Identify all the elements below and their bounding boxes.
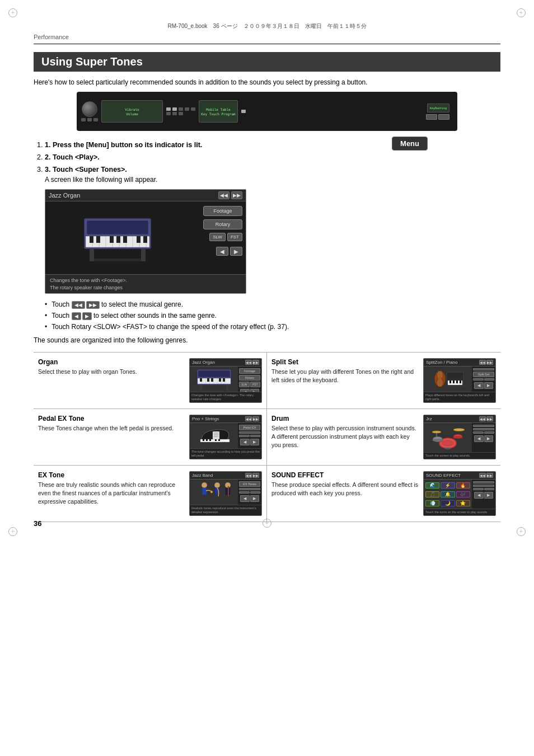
genre-ex-side-btn1[interactable]: EX Tones [239,481,260,487]
genre-pedal-arr-l[interactable]: ◀ [240,439,250,445]
sfx-icon-8[interactable]: 🌙 [441,500,455,506]
genre-sfx-btn-row [473,488,494,490]
rotary-btn[interactable]: Rotary [203,219,242,229]
genre-ex-sidebar: EX Tones ◀ ▶ [238,480,261,505]
svg-rect-81 [228,486,229,496]
screen-title-bar: Jazz Organ ◀◀ ▶▶ [45,190,246,201]
screen-nav-buttons: ◀◀ ▶▶ [218,191,242,199]
genre-organ-text: Organ Select these to play with organ To… [38,358,185,376]
genre-pedal-text: Pedal EX Tone These Tones change when th… [38,415,185,433]
svg-rect-44 [460,381,461,383]
svg-point-70 [432,431,441,433]
genre-organ-screen-body: Footage Rotary SLW FST ◀ ▶ [190,367,261,392]
next-btn[interactable]: ▶ [82,312,92,320]
genre-pedal-small-2[interactable] [250,435,261,437]
genre-pedal-side-btn1[interactable]: Pedal EX [239,425,260,430]
reg-mark-tr [517,8,526,17]
prev-prev-btn[interactable]: ◀◀ [72,301,85,309]
genre-drum-btn-row [473,431,494,434]
genre-ex-screen-body: EX Tones ◀ ▶ [190,480,261,505]
sfx-icon-9[interactable]: ⭐ [456,500,470,506]
footage-btn[interactable]: Footage [203,206,242,216]
genre-split-nav-nn[interactable]: ▶▶ [486,360,493,365]
genre-pedal-nav-nn[interactable]: ▶▶ [252,416,259,421]
step-3-text: Touch <Super Tones>. [53,166,127,173]
genre-drum-caption: Touch the screen to play sounds. [424,452,495,459]
genre-drum-arr-l[interactable]: ◀ [474,435,484,442]
genre-sfx-arr-r[interactable]: ▶ [484,492,494,499]
sfx-icon-5[interactable]: 🔔 [441,491,455,497]
genre-drum-nav-nn[interactable]: ▶▶ [486,416,493,421]
sfx-icon-7[interactable]: 💨 [425,500,439,506]
screen-left [45,201,190,274]
genre-sfx-nav-pp[interactable]: ◀◀ [479,473,486,478]
screen-right-panel: Footage Rotary SLW FST ◀ ▶ [190,201,246,274]
genre-drum-small-2[interactable] [484,431,495,434]
genre-pedal-side-btn2[interactable] [239,431,260,434]
slow-btn[interactable]: SLW [209,233,226,241]
next-next-btn[interactable]: ▶▶ [86,301,100,309]
sfx-icon-1[interactable]: 🌊 [425,482,439,489]
genre-split-img [424,367,472,392]
genre-organ-slw[interactable]: SLW [239,382,250,387]
sfx-icon-4[interactable]: 🎵 [425,491,439,497]
genre-organ-nav-nn[interactable]: ▶▶ [252,360,259,365]
genre-drum-nav-pp[interactable]: ◀◀ [479,416,486,421]
fast-btn[interactable]: FST [227,233,242,241]
genre-organ-slw-fst: SLW FST [239,382,260,387]
sfx-icon-3[interactable]: 🔥 [456,482,470,489]
subtitle-text: Here's how to select particularly recomm… [34,78,500,86]
drum-svg [430,425,466,450]
prev-btn[interactable]: ◀ [72,312,81,320]
genre-organ-img [190,367,238,392]
genre-ex-nav-nn[interactable]: ▶▶ [252,473,259,478]
genre-sfx-side-btn2[interactable] [473,485,494,487]
genre-organ-rotary-btn[interactable]: Rotary [239,375,260,381]
genre-ex-side-btn2[interactable] [239,488,260,490]
genre-split-arr-l[interactable]: ◀ [474,382,484,389]
svg-point-74 [202,482,207,488]
genre-split-side-btn1[interactable] [473,368,494,370]
screen-nav-next[interactable]: ▶▶ [231,191,242,199]
genre-drum-cell: Drum Select these to play with percussio… [267,409,500,466]
genre-split-arr-r[interactable]: ▶ [484,382,494,389]
screen-nav-prev[interactable]: ◀◀ [218,191,229,199]
genre-ex-nav-pp[interactable]: ◀◀ [245,473,252,478]
screen-arrow-right[interactable]: ▶ [230,247,242,256]
genre-pedal-arr-r[interactable]: ▶ [250,439,260,445]
genre-sfx-arr-l[interactable]: ◀ [474,492,484,499]
genre-drum-arr-r[interactable]: ▶ [484,435,494,442]
genre-organ-title: Organ [38,358,185,366]
screen-arrow-left[interactable]: ◀ [216,247,228,256]
genre-organ-caption: Changes the tone with <Footage>. The rot… [190,392,261,402]
genre-drum-small-1[interactable] [473,431,484,434]
genre-organ-footage-btn[interactable]: Footage [239,368,260,374]
genre-split-side-btn2[interactable]: Split Set [473,372,494,377]
sfx-icon-2[interactable]: ⚡ [441,482,455,489]
sfx-icon-6[interactable]: 🎶 [456,491,470,497]
step-1-text: Press the [Menu] button so its indicator… [53,141,202,149]
svg-rect-16 [123,236,127,243]
genre-sfx-caption-text: Touch the icons on the screen to play so… [425,510,494,514]
genre-sfx-nav-nn[interactable]: ▶▶ [486,473,493,478]
genre-pedal-small-1[interactable] [239,435,250,437]
genre-sfx-small-1[interactable] [473,488,484,490]
genre-drum-side-btn2[interactable] [473,428,494,430]
genre-split-small-2[interactable] [484,378,495,381]
genre-split-nav-pp[interactable]: ◀◀ [479,360,486,365]
genre-sfx-small-2[interactable] [484,488,495,490]
genre-sfx-side-btn1[interactable] [473,481,494,483]
genre-ex-arr-l[interactable]: ◀ [240,495,250,502]
genre-split-small-1[interactable] [473,378,484,381]
device-lit-btn [172,107,177,111]
svg-rect-59 [224,442,226,447]
genre-organ-fst[interactable]: FST [250,382,261,387]
svg-rect-15 [116,236,120,243]
genre-organ-nav-pp[interactable]: ◀◀ [245,360,252,365]
genre-ex-small-1[interactable] [239,491,250,494]
genre-drum-side-btn1[interactable] [473,425,494,427]
genre-pedal-nav-pp[interactable]: ◀◀ [245,416,252,421]
genre-ex-small-2[interactable] [250,491,261,494]
genre-ex-arr-r[interactable]: ▶ [250,495,260,502]
svg-rect-17 [137,236,140,243]
